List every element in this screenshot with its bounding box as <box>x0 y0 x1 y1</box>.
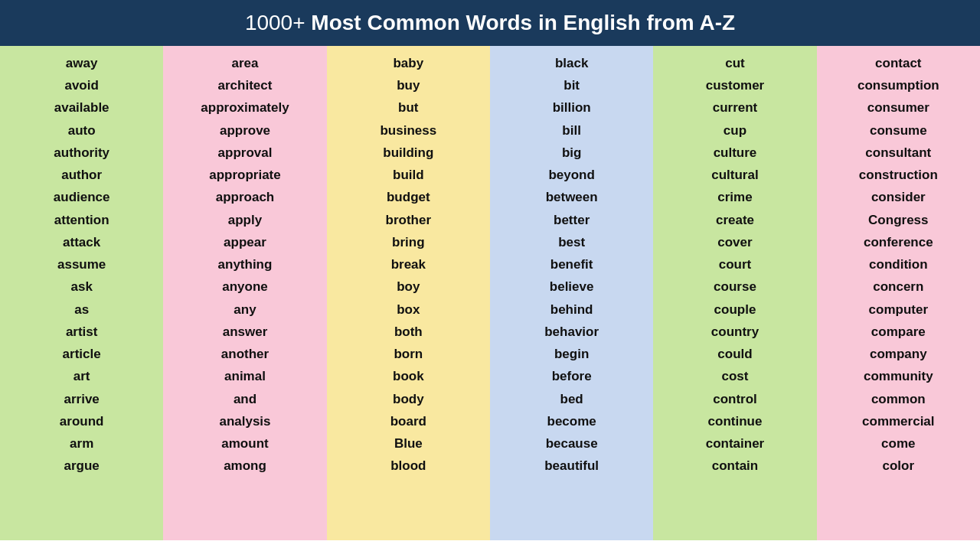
word-col1-8: attack <box>63 231 100 253</box>
word-col1-15: arrive <box>64 388 100 410</box>
word-col5-9: court <box>719 253 752 276</box>
column-col2: areaarchitectapproximatelyapproveapprova… <box>163 46 326 540</box>
word-col1-6: audience <box>54 186 110 208</box>
word-col4-3: bill <box>562 119 581 142</box>
word-col4-13: begin <box>554 343 589 365</box>
word-col3-6: budget <box>387 186 430 208</box>
word-col3-14: book <box>393 365 424 387</box>
word-col6-5: construction <box>859 164 938 186</box>
word-col2-16: analysis <box>219 410 270 432</box>
word-col3-9: break <box>391 253 426 276</box>
word-col2-5: appropriate <box>209 164 281 186</box>
word-col3-10: boy <box>397 276 420 298</box>
word-col2-6: approach <box>216 186 275 208</box>
word-col6-10: concern <box>873 276 923 298</box>
word-col3-2: but <box>398 96 418 119</box>
column-col1: awayavoidavailableautoauthorityauthoraud… <box>0 46 163 540</box>
word-col2-7: apply <box>228 209 262 231</box>
word-col1-5: author <box>61 164 102 186</box>
word-col6-7: Congress <box>868 209 928 231</box>
word-col2-18: among <box>224 455 266 477</box>
word-col2-11: any <box>234 298 256 321</box>
word-col2-3: approve <box>220 119 270 142</box>
word-col1-10: ask <box>70 276 92 298</box>
column-col4: blackbitbillionbillbigbeyondbetweenbette… <box>490 46 653 540</box>
word-col2-13: another <box>221 343 269 365</box>
word-col1-0: away <box>66 52 98 74</box>
word-col5-10: course <box>714 276 756 298</box>
column-col6: contactconsumptionconsumerconsumeconsult… <box>817 46 980 540</box>
word-col5-3: cup <box>724 119 746 142</box>
word-col5-5: cultural <box>711 164 758 186</box>
word-col5-6: crime <box>717 186 752 208</box>
word-col1-17: arm <box>70 432 93 455</box>
column-col5: cutcustomercurrentcupcultureculturalcrim… <box>653 46 816 540</box>
word-col6-0: contact <box>875 52 921 74</box>
word-col1-1: avoid <box>64 74 98 96</box>
word-col2-0: area <box>232 52 259 74</box>
word-col3-16: board <box>390 410 426 432</box>
word-col6-18: color <box>883 455 915 477</box>
word-col3-5: build <box>393 164 424 186</box>
word-col2-4: approval <box>218 142 273 164</box>
word-col4-18: beautiful <box>544 455 599 477</box>
word-col3-15: body <box>393 388 424 410</box>
word-col2-15: and <box>234 388 256 410</box>
column-col3: babybuybutbusinessbuildingbuildbudgetbro… <box>327 46 490 540</box>
word-col2-8: appear <box>224 231 266 253</box>
word-col1-9: assume <box>57 253 106 276</box>
word-col1-14: art <box>74 365 90 387</box>
word-col6-6: consider <box>871 186 926 208</box>
word-col4-4: big <box>562 142 582 164</box>
word-col4-2: billion <box>553 96 591 119</box>
word-col5-4: culture <box>714 142 757 164</box>
word-col6-9: condition <box>869 253 927 276</box>
word-col4-7: better <box>554 209 590 231</box>
word-col6-3: consume <box>870 119 927 142</box>
word-col6-4: consultant <box>865 142 931 164</box>
word-col6-15: common <box>871 388 926 410</box>
word-col3-18: blood <box>390 455 426 477</box>
word-col6-11: computer <box>869 298 928 321</box>
word-col2-2: approximately <box>201 96 289 119</box>
word-col6-1: consumption <box>858 74 939 96</box>
word-col4-15: bed <box>560 388 583 410</box>
word-col1-13: article <box>63 343 101 365</box>
word-col4-12: behavior <box>544 321 599 343</box>
word-col5-12: country <box>711 321 759 343</box>
word-col5-7: create <box>716 209 754 231</box>
word-col3-1: buy <box>397 74 420 96</box>
header-prefix: 1000+ <box>245 11 311 34</box>
word-col3-7: brother <box>386 209 432 231</box>
word-col4-17: because <box>546 432 598 455</box>
page-header: 1000+ Most Common Words in English from … <box>0 0 980 46</box>
word-col4-16: become <box>547 410 596 432</box>
word-col6-13: company <box>870 343 927 365</box>
columns-container: awayavoidavailableautoauthorityauthoraud… <box>0 46 980 540</box>
word-col5-18: contain <box>712 455 758 477</box>
word-col3-3: business <box>380 119 436 142</box>
word-col6-17: come <box>881 432 915 455</box>
word-col4-10: believe <box>550 276 594 298</box>
word-col1-18: argue <box>64 455 100 477</box>
word-col4-9: benefit <box>550 253 593 276</box>
word-col2-1: architect <box>218 74 273 96</box>
word-col1-11: as <box>74 298 89 321</box>
word-col3-13: born <box>394 343 423 365</box>
word-col6-16: commercial <box>862 410 935 432</box>
word-col4-1: bit <box>564 74 580 96</box>
word-col5-16: continue <box>708 410 763 432</box>
word-col5-11: couple <box>714 298 756 321</box>
word-col1-12: artist <box>66 321 98 343</box>
word-col3-0: baby <box>393 52 423 74</box>
word-col6-8: conference <box>864 231 933 253</box>
word-col5-0: cut <box>725 52 745 74</box>
word-col1-2: available <box>54 96 109 119</box>
header-title: Most Common Words in English from A-Z <box>311 11 735 34</box>
word-col6-12: compare <box>871 321 926 343</box>
word-col2-17: amount <box>221 432 268 455</box>
word-col1-3: auto <box>68 119 96 142</box>
word-col5-2: current <box>713 96 758 119</box>
word-col1-16: around <box>60 410 104 432</box>
word-col4-11: behind <box>550 298 593 321</box>
